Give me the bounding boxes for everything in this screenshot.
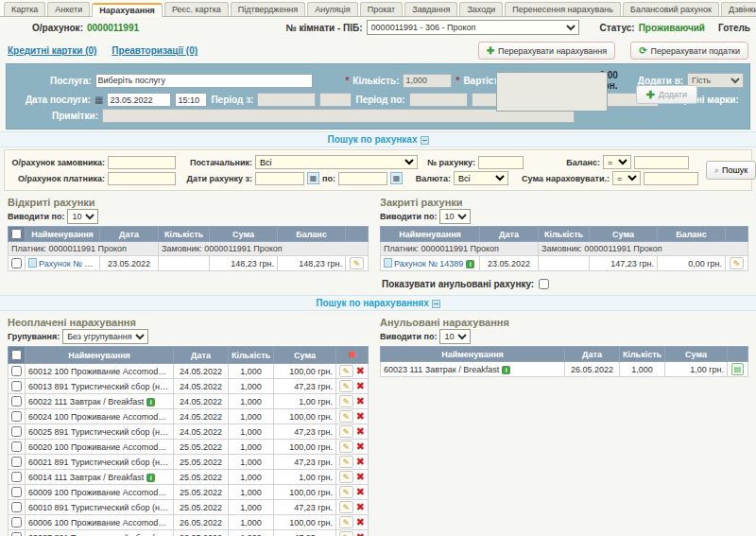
balance-input[interactable] bbox=[634, 156, 689, 169]
edit-icon[interactable] bbox=[339, 365, 353, 377]
restore-icon[interactable] bbox=[731, 363, 744, 375]
edit-icon[interactable] bbox=[339, 456, 353, 468]
tab[interactable]: Завдання bbox=[404, 2, 457, 16]
tab[interactable]: Анкети bbox=[47, 2, 90, 16]
date-from-input[interactable] bbox=[255, 172, 304, 185]
recalc-charges-button[interactable]: ✚ Перерахувати нарахування bbox=[478, 42, 616, 60]
delete-icon[interactable] bbox=[356, 456, 365, 468]
tab[interactable]: Дзвінки bbox=[721, 2, 756, 16]
open-customer-info: Замовник: 0000011991 Прокоп bbox=[159, 242, 369, 256]
edit-icon[interactable] bbox=[339, 501, 353, 513]
delete-icon[interactable] bbox=[356, 516, 365, 528]
quantity-input[interactable] bbox=[403, 74, 452, 88]
edit-icon[interactable] bbox=[339, 516, 353, 528]
service-time-input[interactable] bbox=[175, 93, 207, 107]
period-to-label: Період по: bbox=[355, 95, 404, 105]
delete-icon[interactable] bbox=[356, 380, 365, 392]
row-checkbox[interactable] bbox=[11, 517, 22, 527]
delete-all-icon[interactable] bbox=[348, 349, 356, 361]
balance-op-select[interactable]: = bbox=[603, 155, 631, 169]
delete-icon[interactable] bbox=[356, 410, 365, 423]
collapse-icon[interactable] bbox=[421, 136, 429, 145]
edit-icon[interactable] bbox=[339, 471, 353, 483]
calendar-from-icon[interactable]: ▦ bbox=[307, 172, 319, 184]
date-to-input[interactable] bbox=[338, 172, 387, 185]
row-checkbox[interactable] bbox=[11, 258, 22, 268]
preauth-link[interactable]: Преавторизації (0) bbox=[112, 45, 198, 56]
edit-icon[interactable] bbox=[339, 380, 353, 392]
delete-icon[interactable] bbox=[356, 395, 365, 407]
recalc-taxes-button[interactable]: ⟳ Перерахувати податки bbox=[630, 42, 748, 60]
amount-input[interactable] bbox=[644, 172, 698, 185]
open-per-page-select[interactable]: 10 bbox=[67, 209, 98, 224]
charges-search-bar: Пошук по нарахуваннях bbox=[0, 295, 756, 311]
row-checkbox[interactable] bbox=[11, 381, 22, 391]
row-checkbox[interactable] bbox=[11, 457, 22, 467]
edit-icon[interactable] bbox=[350, 257, 364, 269]
delete-icon[interactable] bbox=[356, 441, 365, 453]
account-link[interactable]: Рахунок № 14389 bbox=[394, 259, 463, 268]
excise-marks-input[interactable] bbox=[496, 72, 608, 112]
edit-icon[interactable] bbox=[730, 257, 744, 269]
info-icon[interactable] bbox=[502, 366, 510, 374]
closed-per-page-select[interactable]: 10 bbox=[439, 209, 471, 224]
account-link[interactable]: Рахунок № 14390 bbox=[39, 259, 100, 268]
calendar-to-icon[interactable]: ▦ bbox=[390, 172, 403, 184]
search-button[interactable]: ⌕ Пошук bbox=[706, 161, 756, 180]
room-select[interactable]: 0000011991 - 306 - Прокоп bbox=[367, 20, 579, 35]
row-checkbox[interactable] bbox=[11, 487, 22, 497]
service-date-input[interactable] bbox=[107, 93, 171, 107]
row-checkbox[interactable] bbox=[11, 426, 22, 437]
tab[interactable]: Прокат bbox=[360, 2, 404, 16]
tab[interactable]: Підтвердження bbox=[231, 2, 305, 16]
edit-icon[interactable] bbox=[339, 531, 353, 536]
delete-icon[interactable] bbox=[356, 501, 365, 513]
calendar-icon[interactable]: ▦ bbox=[94, 95, 103, 105]
row-checkbox[interactable] bbox=[11, 411, 22, 422]
account-no-input[interactable] bbox=[478, 156, 524, 169]
tab[interactable]: Картка bbox=[4, 2, 45, 16]
show-cancelled-checkbox[interactable] bbox=[539, 279, 549, 289]
row-checkbox[interactable] bbox=[11, 502, 22, 512]
edit-icon[interactable] bbox=[339, 395, 353, 407]
period-from-time-input[interactable] bbox=[319, 93, 352, 107]
cancelled-per-page-select[interactable]: 10 bbox=[439, 329, 471, 344]
info-icon[interactable] bbox=[466, 260, 474, 268]
edit-icon[interactable] bbox=[339, 425, 353, 438]
credit-cards-link[interactable]: Кредитні картки (0) bbox=[8, 45, 96, 56]
tab[interactable]: Балансовий рахунок bbox=[623, 2, 719, 16]
delete-icon[interactable] bbox=[356, 365, 365, 377]
tab[interactable]: Перенесення нарахувань bbox=[505, 2, 621, 16]
row-checkbox[interactable] bbox=[11, 366, 22, 376]
grouping-select[interactable]: Без угрупування bbox=[62, 329, 148, 344]
tab[interactable]: Ануляція bbox=[307, 2, 357, 16]
edit-icon[interactable] bbox=[339, 441, 353, 453]
edit-icon[interactable] bbox=[339, 410, 353, 423]
customer-account-input[interactable] bbox=[108, 156, 176, 169]
delete-icon[interactable] bbox=[356, 486, 365, 498]
edit-icon[interactable] bbox=[339, 486, 353, 498]
tab[interactable]: Реєс. картка bbox=[164, 2, 229, 16]
period-to-date-input[interactable] bbox=[409, 93, 468, 107]
tab[interactable]: Нарахування bbox=[92, 3, 163, 17]
row-checkbox[interactable] bbox=[11, 396, 22, 406]
open-select-all-checkbox[interactable] bbox=[11, 229, 22, 239]
info-icon[interactable] bbox=[146, 474, 155, 482]
add-service-button[interactable]: ✚ Додати bbox=[636, 85, 697, 104]
collapse-icon[interactable] bbox=[432, 300, 440, 308]
period-from-date-input[interactable] bbox=[257, 93, 316, 107]
unpaid-select-all-checkbox[interactable] bbox=[11, 350, 22, 360]
row-checkbox[interactable] bbox=[11, 472, 22, 482]
payer-account-input[interactable] bbox=[108, 172, 176, 185]
delete-icon[interactable] bbox=[356, 425, 365, 438]
row-checkbox[interactable] bbox=[11, 532, 22, 536]
supplier-select[interactable]: Всі bbox=[255, 155, 418, 169]
tab[interactable]: Заходи bbox=[459, 2, 503, 16]
delete-icon[interactable] bbox=[356, 471, 365, 483]
amount-op-select[interactable]: = bbox=[612, 171, 641, 185]
row-checkbox[interactable] bbox=[11, 441, 22, 452]
delete-icon[interactable] bbox=[356, 531, 365, 536]
currency-select[interactable]: Всі bbox=[454, 171, 508, 185]
info-icon[interactable] bbox=[146, 398, 155, 406]
service-input[interactable] bbox=[95, 74, 314, 88]
